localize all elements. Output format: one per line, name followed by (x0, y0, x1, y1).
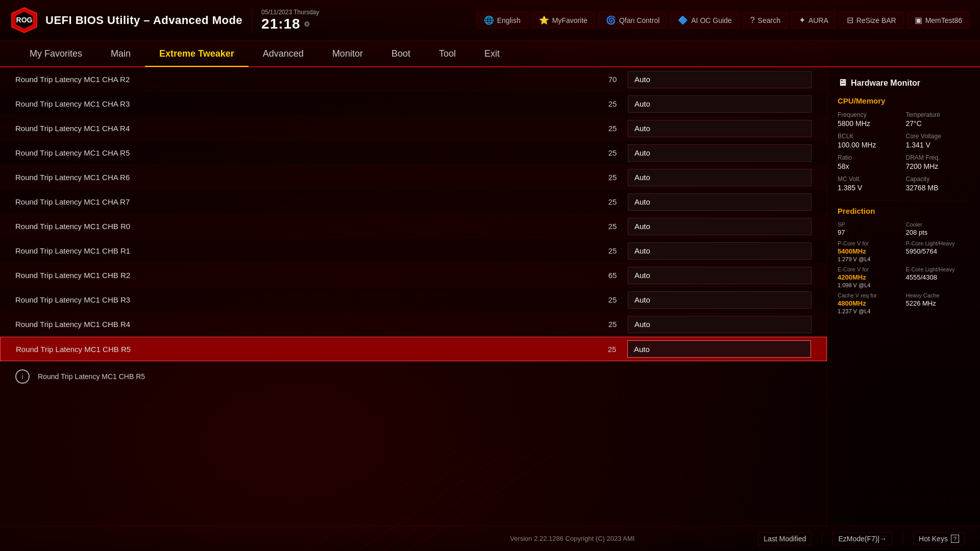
rog-logo-icon: ROG (10, 6, 38, 34)
aioc-label: AI OC Guide (691, 16, 731, 24)
main-content: Round Trip Latency MC1 CHA R2 70 Auto Ro… (0, 67, 980, 525)
monitor-value: 1.341 V (906, 141, 970, 149)
toolbar-btn-aura[interactable]: ✦AURA (791, 12, 836, 29)
settings-list[interactable]: Round Trip Latency MC1 CHA R2 70 Auto Ro… (0, 67, 827, 525)
setting-num: 25 (597, 222, 628, 231)
setting-dropdown[interactable]: Auto (628, 144, 812, 162)
setting-name: Round Trip Latency MC1 CHB R0 (15, 222, 597, 231)
pred-value: 5226 MHz (906, 299, 970, 307)
setting-name: Round Trip Latency MC1 CHB R1 (15, 246, 597, 255)
nav-item-main[interactable]: Main (96, 40, 145, 67)
prediction-item: Heavy Cache 5226 MHz (906, 292, 970, 314)
settings-panel: Round Trip Latency MC1 CHA R2 70 Auto Ro… (0, 67, 827, 525)
monitor-value: 27°C (906, 119, 970, 128)
setting-dropdown[interactable]: Auto (628, 316, 812, 333)
setting-dropdown[interactable]: Auto (628, 193, 812, 211)
nav-item-favorites[interactable]: My Favorites (15, 40, 96, 67)
setting-num: 70 (597, 75, 628, 84)
footer-version: Version 2.22.1286 Copyright (C) 2023 AMI (387, 535, 758, 542)
search-icon: ? (750, 16, 755, 25)
cpu-memory-section-title: CPU/Memory (838, 96, 970, 105)
setting-name: Round Trip Latency MC1 CHA R4 (15, 124, 597, 133)
setting-name: Round Trip Latency MC1 CHA R6 (15, 173, 597, 182)
nav-item-tool[interactable]: Tool (425, 40, 470, 67)
prediction-item: P-Core V for 5400MHz 1.279 V @L4 (838, 240, 902, 262)
toolbar-btn-search[interactable]: ?Search (743, 12, 788, 29)
table-row[interactable]: Round Trip Latency MC1 CHA R7 25 Auto (0, 190, 827, 214)
setting-num: 25 (597, 148, 628, 157)
hardware-monitor-title: 🖥 Hardware Monitor (838, 78, 970, 88)
setting-dropdown[interactable]: Auto (628, 242, 812, 260)
setting-dropdown[interactable]: Auto (628, 120, 812, 137)
table-row[interactable]: i Round Trip Latency MC1 CHB R5 (0, 361, 827, 392)
toolbar-btn-resizebar[interactable]: ⊟ReSize BAR (839, 12, 904, 29)
table-row[interactable]: Round Trip Latency MC1 CHB R3 25 Auto (0, 288, 827, 312)
last-modified-button[interactable]: Last Modified (758, 532, 812, 545)
pred-highlight: 4200MHz (838, 273, 902, 281)
table-row[interactable]: Round Trip Latency MC1 CHB R0 25 Auto (0, 214, 827, 239)
prediction-item: Cache V req for 4800MHz 1.237 V @L4 (838, 292, 902, 314)
monitor-label: Capacity (906, 176, 970, 183)
nav-item-boot[interactable]: Boot (377, 40, 425, 67)
prediction-items: SP 97 Cooler 208 pts P-Core V for 5400MH… (838, 221, 970, 314)
table-row[interactable]: Round Trip Latency MC1 CHB R4 25 Auto (0, 312, 827, 337)
setting-num: 25 (597, 173, 628, 182)
pred-sub: 1.279 V @L4 (838, 256, 902, 262)
setting-name: Round Trip Latency MC1 CHA R7 (15, 197, 597, 206)
question-icon: ? (951, 535, 959, 543)
pred-label: Heavy Cache (906, 292, 970, 298)
ezmode-button[interactable]: EzMode(F7)|→ (832, 532, 892, 545)
monitor-label: MC Volt. (838, 176, 902, 183)
setting-dropdown[interactable]: Auto (628, 267, 812, 284)
nav-label-exit: Exit (484, 48, 500, 59)
monitor-item: Temperature 27°C (906, 111, 970, 128)
setting-dropdown[interactable]: Auto (628, 291, 812, 309)
monitor-value: 100.00 MHz (838, 141, 902, 149)
toolbar-btn-memtest[interactable]: ▣MemTest86 (907, 12, 970, 29)
search-label: Search (758, 16, 780, 24)
table-row[interactable]: Round Trip Latency MC1 CHA R5 25 Auto (0, 141, 827, 165)
aura-label: AURA (808, 16, 828, 24)
table-row[interactable]: Round Trip Latency MC1 CHB R1 25 Auto (0, 239, 827, 263)
pred-label: Cache V req for (838, 292, 902, 298)
nav-label-monitor: Monitor (332, 48, 363, 59)
hw-divider (838, 200, 970, 201)
table-row[interactable]: Round Trip Latency MC1 CHB R5 25 Auto (0, 337, 827, 361)
pred-value: 208 pts (906, 229, 970, 236)
aioc-icon: 🔷 (678, 15, 688, 25)
setting-dropdown[interactable]: Auto (628, 169, 812, 186)
pred-label: Cooler (906, 221, 970, 228)
table-row[interactable]: Round Trip Latency MC1 CHA R2 70 Auto (0, 67, 827, 92)
qfan-label: Qfan Control (619, 16, 659, 24)
nav-item-monitor[interactable]: Monitor (318, 40, 377, 67)
nav-item-exit[interactable]: Exit (470, 40, 514, 67)
pred-label: E-Core V for (838, 266, 902, 272)
table-row[interactable]: Round Trip Latency MC1 CHA R6 25 Auto (0, 165, 827, 190)
nav-item-extreme[interactable]: Extreme Tweaker (145, 40, 249, 67)
english-icon: 🌐 (484, 15, 494, 25)
footer: Version 2.22.1286 Copyright (C) 2023 AMI… (0, 525, 980, 551)
nav-item-advanced[interactable]: Advanced (249, 40, 318, 67)
setting-dropdown[interactable]: Auto (628, 71, 812, 88)
table-row[interactable]: Round Trip Latency MC1 CHA R3 25 Auto (0, 92, 827, 116)
table-row[interactable]: Round Trip Latency MC1 CHB R2 65 Auto (0, 263, 827, 288)
setting-dropdown[interactable]: Auto (627, 340, 811, 358)
cpu-memory-grid: Frequency 5800 MHz Temperature 27°C BCLK… (838, 111, 970, 192)
footer-divider-2 (902, 533, 903, 545)
header: ROG UEFI BIOS Utility – Advanced Mode 05… (0, 0, 980, 41)
time-display: 21:18 (261, 16, 301, 32)
setting-name: Round Trip Latency MC1 CHB R5 (16, 345, 597, 354)
monitor-label: DRAM Freq. (906, 154, 970, 161)
prediction-item: P-Core Light/Heavy 5950/5764 (906, 240, 970, 262)
table-row[interactable]: Round Trip Latency MC1 CHA R4 25 Auto (0, 116, 827, 141)
setting-dropdown[interactable]: Auto (628, 95, 812, 113)
hotkeys-button[interactable]: Hot Keys ? (913, 532, 965, 545)
toolbar-btn-myfavorite[interactable]: ⭐MyFavorite (531, 12, 595, 29)
prediction-section-title: Prediction (838, 207, 970, 215)
pred-value: 97 (838, 229, 902, 236)
settings-icon[interactable]: ⚙ (304, 20, 310, 28)
toolbar-btn-qfan[interactable]: 🌀Qfan Control (598, 12, 667, 29)
setting-dropdown[interactable]: Auto (628, 218, 812, 235)
toolbar-btn-aioc[interactable]: 🔷AI OC Guide (670, 12, 739, 29)
toolbar-btn-english[interactable]: 🌐English (476, 12, 528, 29)
